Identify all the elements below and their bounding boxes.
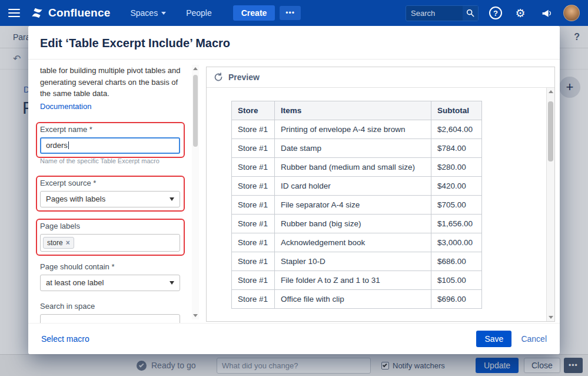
preview-table-area: StoreItemsSubtotal Store #1Printing of e… bbox=[207, 88, 546, 321]
user-avatar[interactable] bbox=[563, 5, 580, 21]
create-button[interactable]: Create bbox=[233, 5, 275, 21]
scroll-down-icon[interactable] bbox=[192, 312, 199, 319]
table-cell: $2,604.00 bbox=[431, 120, 482, 139]
preview-content: StoreItemsSubtotal Store #1Printing of e… bbox=[207, 88, 554, 321]
dialog-body: table for building multiple pivot tables… bbox=[28, 60, 560, 323]
search-space-field: Search in space bbox=[40, 302, 180, 324]
page-contain-select[interactable]: at least one label bbox=[40, 275, 180, 291]
page-labels-label: Page labels bbox=[40, 222, 180, 230]
page-labels-field: Page labels store × bbox=[40, 222, 180, 252]
table-cell: Date stamp bbox=[275, 139, 431, 158]
table-cell: Store #1 bbox=[232, 196, 275, 215]
excerpt-name-value: orders bbox=[46, 141, 68, 150]
table-row: Store #1Rubber band (big size)$1,656.00 bbox=[232, 215, 482, 233]
chevron-down-icon bbox=[161, 12, 166, 15]
column-header: Items bbox=[275, 101, 431, 120]
macro-description: table for building multiple pivot tables… bbox=[40, 65, 187, 100]
cancel-link[interactable]: Cancel bbox=[521, 334, 547, 344]
dialog-footer: Select macro Save Cancel bbox=[28, 323, 560, 354]
table-cell: Store #1 bbox=[232, 139, 275, 158]
scrollbar-track[interactable] bbox=[547, 95, 554, 314]
help-glyph: ? bbox=[493, 9, 498, 18]
preview-title: Preview bbox=[228, 72, 260, 82]
excerpt-name-label: Excerpt name * bbox=[40, 125, 180, 134]
page-contain-label: Page should contain * bbox=[40, 262, 180, 271]
label-chip-text: store bbox=[47, 239, 63, 247]
excerpt-source-label: Excerpt source * bbox=[40, 179, 180, 187]
macro-form-panel: table for building multiple pivot tables… bbox=[40, 60, 187, 323]
table-row: Store #1Office file with clip$696.00 bbox=[232, 290, 482, 309]
nav-people[interactable]: People bbox=[186, 8, 212, 18]
table-row: Store #1ID card holder$420.00 bbox=[232, 177, 482, 196]
nav-people-label: People bbox=[186, 8, 212, 18]
dialog-title: Edit ‘Table Excerpt Include’ Macro bbox=[40, 37, 546, 50]
preview-table-head-row: StoreItemsSubtotal bbox=[232, 101, 482, 120]
excerpt-name-help: Name of the specific Table Excerpt macro bbox=[40, 157, 180, 164]
table-cell: Stapler 10-D bbox=[275, 252, 431, 271]
scroll-down-icon[interactable] bbox=[547, 314, 554, 321]
table-cell: Office file with clip bbox=[275, 290, 431, 309]
preview-header: Preview bbox=[207, 67, 554, 88]
logo-text[interactable]: Confluence bbox=[48, 6, 110, 19]
chevron-down-icon bbox=[170, 281, 174, 285]
table-cell: Store #1 bbox=[232, 120, 275, 139]
table-cell: $420.00 bbox=[431, 177, 482, 196]
preview-scrollbar[interactable] bbox=[546, 88, 554, 321]
search-input[interactable] bbox=[406, 9, 463, 18]
excerpt-source-field: Excerpt source * Pages with labels bbox=[40, 179, 180, 207]
scroll-up-icon[interactable] bbox=[192, 65, 199, 72]
table-cell: Store #1 bbox=[232, 271, 275, 290]
table-cell: ID card holder bbox=[275, 177, 431, 196]
search-icon[interactable] bbox=[463, 6, 478, 21]
table-cell: $280.00 bbox=[431, 158, 482, 177]
settings-gear-icon[interactable]: ⚙ bbox=[513, 5, 528, 21]
menu-icon[interactable] bbox=[8, 9, 20, 17]
table-cell: Store #1 bbox=[232, 233, 275, 252]
refresh-icon[interactable] bbox=[214, 72, 223, 82]
excerpt-name-input[interactable]: orders bbox=[40, 137, 180, 154]
table-cell: Acknowledgement book bbox=[275, 233, 431, 252]
save-button[interactable]: Save bbox=[476, 331, 511, 347]
preview-table: StoreItemsSubtotal Store #1Printing of e… bbox=[231, 101, 482, 309]
scrollbar-thumb[interactable] bbox=[548, 101, 553, 161]
excerpt-source-value: Pages with labels bbox=[46, 194, 105, 203]
table-cell: Printing of envelope A-4 size brown bbox=[275, 120, 431, 139]
table-row: Store #1Rubber band (medium and small si… bbox=[232, 158, 482, 177]
table-row: Store #1Acknowledgement book$3,000.00 bbox=[232, 233, 482, 252]
confluence-logo-icon[interactable] bbox=[31, 6, 44, 19]
text-caret bbox=[68, 141, 69, 149]
table-cell: Store #1 bbox=[232, 290, 275, 309]
scrollbar-thumb[interactable] bbox=[193, 75, 198, 147]
form-panel-scrollbar[interactable] bbox=[192, 65, 199, 319]
table-row: Store #1Stapler 10-D$686.00 bbox=[232, 252, 482, 271]
nav-more-button[interactable]: ••• bbox=[280, 6, 301, 20]
table-cell: File folder A to Z and 1 to 31 bbox=[275, 271, 431, 290]
announcements-megaphone-icon[interactable] bbox=[539, 5, 554, 21]
global-search bbox=[406, 5, 479, 21]
page-labels-input[interactable]: store × bbox=[40, 234, 180, 252]
chevron-down-icon bbox=[170, 197, 174, 201]
table-cell: $105.00 bbox=[431, 271, 482, 290]
remove-label-icon[interactable]: × bbox=[66, 239, 70, 246]
excerpt-source-select[interactable]: Pages with labels bbox=[40, 191, 180, 207]
table-cell: Store #1 bbox=[232, 177, 275, 196]
search-space-input[interactable] bbox=[40, 314, 180, 324]
select-macro-link[interactable]: Select macro bbox=[41, 334, 89, 344]
top-navbar: Confluence Spaces People Create ••• ? ⚙ bbox=[0, 0, 588, 26]
documentation-link[interactable]: Documentation bbox=[40, 102, 91, 111]
table-cell: Store #1 bbox=[232, 158, 275, 177]
edit-macro-dialog: Edit ‘Table Excerpt Include’ Macro table… bbox=[28, 26, 560, 354]
table-cell: $3,000.00 bbox=[431, 233, 482, 252]
table-row: Store #1Printing of envelope A-4 size br… bbox=[232, 120, 482, 139]
table-cell: File separator A-4 size bbox=[275, 196, 431, 215]
column-header: Subtotal bbox=[431, 101, 482, 120]
dialog-header: Edit ‘Table Excerpt Include’ Macro bbox=[28, 26, 560, 60]
nav-spaces[interactable]: Spaces bbox=[130, 8, 166, 18]
table-cell: $784.00 bbox=[431, 139, 482, 158]
scroll-up-icon[interactable] bbox=[547, 88, 554, 95]
table-row: Store #1File separator A-4 size$705.00 bbox=[232, 196, 482, 215]
nav-spaces-label: Spaces bbox=[130, 8, 158, 18]
preview-table-body: Store #1Printing of envelope A-4 size br… bbox=[232, 120, 482, 309]
help-icon[interactable]: ? bbox=[489, 6, 502, 19]
scrollbar-track[interactable] bbox=[192, 72, 199, 312]
